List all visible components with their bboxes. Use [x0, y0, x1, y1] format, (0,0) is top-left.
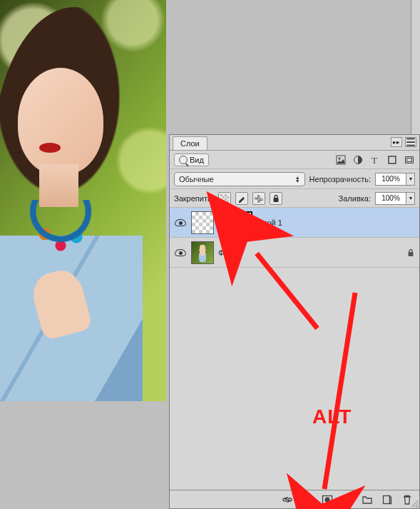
lock-row: Закрепить: Заливка: 100% ▾: [170, 189, 419, 208]
svg-rect-10: [273, 198, 278, 202]
svg-rect-20: [384, 495, 390, 503]
opacity-input[interactable]: 100%: [375, 173, 406, 186]
filter-pixel-icon[interactable]: [335, 154, 347, 166]
lock-position-button[interactable]: [252, 192, 265, 205]
updown-icon: ▲▼: [295, 176, 300, 183]
collapse-button[interactable]: ▸▸: [391, 137, 402, 147]
lock-transparent-button[interactable]: [218, 192, 231, 205]
layer-name[interactable]: Слой 1: [257, 218, 282, 227]
layers-panel: Слои ▸▸ Вид T Обычные ▲▼ Непрозрачность:: [169, 134, 420, 509]
tab-layers[interactable]: Слои: [173, 136, 208, 150]
eye-icon: [175, 249, 186, 256]
add-mask-button[interactable]: [321, 493, 334, 506]
lock-all-button[interactable]: [270, 192, 282, 205]
new-layer-button[interactable]: [381, 493, 394, 506]
canvas-area: [0, 0, 166, 509]
layer-row[interactable]: Фон: [170, 238, 419, 268]
layer-style-button[interactable]: fx▾: [301, 493, 314, 506]
panel-menu-button[interactable]: [405, 137, 416, 147]
svg-point-1: [339, 157, 341, 159]
blend-mode-select[interactable]: Обычные ▲▼: [174, 172, 305, 186]
resize-grip-icon[interactable]: [411, 500, 419, 508]
blend-mode-value: Обычные: [179, 175, 214, 183]
svg-rect-4: [389, 156, 396, 163]
filter-smart-icon[interactable]: [404, 154, 415, 166]
fill-label: Заливка:: [339, 194, 371, 203]
visibility-toggle[interactable]: [174, 216, 187, 229]
document-photo: [0, 0, 166, 401]
new-adjustment-button[interactable]: [341, 493, 354, 506]
layer-name[interactable]: Фон: [218, 248, 233, 257]
layers-list: Слой 1 Фон: [170, 208, 419, 490]
visibility-toggle[interactable]: [174, 246, 187, 259]
link-layers-button[interactable]: [281, 493, 294, 506]
filter-type-icon[interactable]: T: [369, 154, 381, 166]
mask-link-icon[interactable]: [218, 218, 225, 228]
filter-row: Вид T: [170, 151, 419, 169]
new-group-button[interactable]: [361, 493, 374, 506]
svg-rect-7: [220, 194, 229, 203]
blend-row: Обычные ▲▼ Непрозрачность: 100% ▾: [170, 169, 419, 189]
annotation-label: ALT: [312, 405, 352, 428]
search-icon: [179, 156, 188, 164]
svg-text:T: T: [372, 155, 377, 165]
svg-rect-14: [409, 252, 414, 256]
layer-thumbnail[interactable]: [191, 241, 214, 264]
lock-label: Закрепить:: [174, 194, 214, 203]
svg-point-18: [325, 497, 330, 502]
filter-label: Вид: [190, 156, 204, 164]
layer-row[interactable]: Слой 1: [170, 208, 419, 238]
lock-icon: [406, 248, 415, 257]
opacity-label: Непрозрачность:: [309, 175, 371, 183]
lock-pixels-button[interactable]: [235, 192, 248, 205]
layer-mask-thumbnail[interactable]: [230, 211, 252, 234]
layer-filter-select[interactable]: Вид: [174, 153, 209, 166]
svg-rect-6: [407, 158, 412, 161]
layer-thumbnail[interactable]: [191, 211, 214, 234]
filter-adjust-icon[interactable]: [352, 154, 364, 166]
opacity-dropdown[interactable]: ▾: [406, 173, 415, 186]
filter-shape-icon[interactable]: [386, 154, 398, 166]
panel-tabbar: Слои ▸▸: [170, 135, 419, 151]
fill-input[interactable]: 100%: [375, 192, 406, 205]
layers-bottom-bar: fx▾: [170, 490, 419, 508]
eye-icon: [175, 219, 186, 226]
fill-dropdown[interactable]: ▾: [406, 192, 415, 205]
